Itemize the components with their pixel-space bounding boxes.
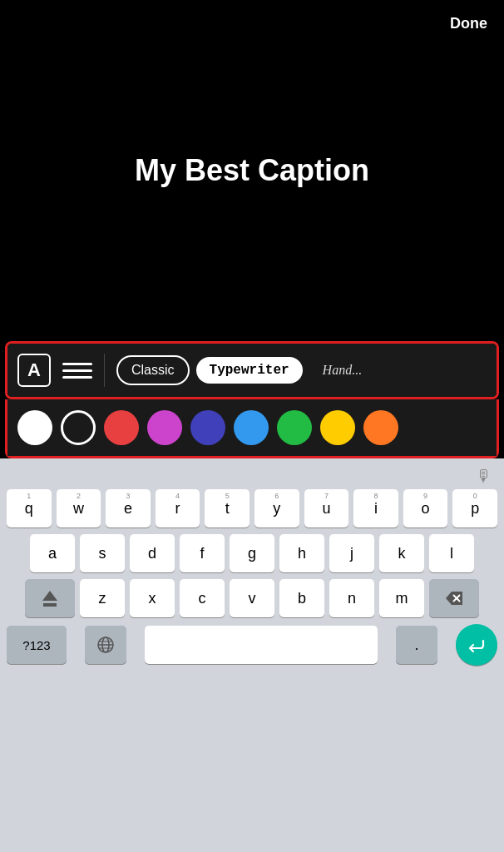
color-swatch-white-outline[interactable] bbox=[61, 410, 96, 445]
key-c[interactable]: c bbox=[180, 579, 225, 617]
mic-row: 🎙 bbox=[3, 463, 501, 489]
key-o[interactable]: 9o bbox=[403, 489, 448, 528]
key-s[interactable]: s bbox=[80, 534, 125, 572]
color-swatch-blue[interactable] bbox=[234, 410, 269, 445]
key-row-1: 1q 2w 3e 4r 5t 6y 7u 8i 9o 0p bbox=[7, 489, 497, 528]
key-row-3: z x c v b n m bbox=[7, 579, 497, 617]
color-swatch-purple[interactable] bbox=[147, 410, 182, 445]
key-v[interactable]: v bbox=[230, 579, 274, 617]
key-x[interactable]: x bbox=[130, 579, 175, 617]
color-row bbox=[7, 399, 497, 456]
key-b[interactable]: b bbox=[279, 579, 324, 617]
toolbar-divider bbox=[104, 354, 105, 387]
space-key[interactable] bbox=[145, 626, 378, 664]
font-option-classic[interactable]: Classic bbox=[116, 355, 190, 385]
key-z[interactable]: z bbox=[80, 579, 125, 617]
key-row-2: a s d f g h j k l bbox=[7, 534, 497, 572]
key-a[interactable]: a bbox=[30, 534, 75, 572]
key-u[interactable]: 7u bbox=[304, 489, 349, 528]
color-swatch-white-filled[interactable] bbox=[17, 410, 52, 445]
color-swatch-yellow[interactable] bbox=[320, 410, 355, 445]
globe-key[interactable] bbox=[85, 626, 126, 664]
key-d[interactable]: d bbox=[130, 534, 175, 572]
key-w[interactable]: 2w bbox=[57, 489, 101, 528]
toolbar-wrapper: A Classic Typewriter Hand... bbox=[5, 341, 499, 399]
align-line-3 bbox=[62, 376, 92, 379]
key-m[interactable]: m bbox=[379, 579, 424, 617]
key-q[interactable]: 1q bbox=[7, 489, 52, 528]
key-k[interactable]: k bbox=[379, 534, 424, 572]
text-align-icon[interactable] bbox=[62, 355, 92, 385]
backspace-icon bbox=[445, 591, 463, 606]
keyboard-area: 🎙 1q 2w 3e 4r 5t 6y 7u 8i 9o 0p a s d f bbox=[0, 458, 504, 852]
key-n[interactable]: n bbox=[329, 579, 374, 617]
key-i[interactable]: 8i bbox=[353, 489, 398, 528]
key-f[interactable]: f bbox=[180, 534, 225, 572]
key-h[interactable]: h bbox=[279, 534, 324, 572]
align-line-2 bbox=[62, 369, 92, 372]
color-row-wrapper bbox=[5, 399, 499, 458]
period-key[interactable]: . bbox=[396, 626, 437, 664]
key-g[interactable]: g bbox=[230, 534, 274, 572]
canvas-area: Done My Best Caption bbox=[0, 0, 504, 341]
font-option-handwriting[interactable]: Hand... bbox=[309, 357, 376, 384]
key-rows: 1q 2w 3e 4r 5t 6y 7u 8i 9o 0p a s d f g … bbox=[3, 489, 501, 617]
key-p[interactable]: 0p bbox=[452, 489, 497, 528]
key-r[interactable]: 4r bbox=[156, 489, 200, 528]
shift-key[interactable] bbox=[25, 579, 75, 617]
font-options: Classic Typewriter Hand... bbox=[116, 355, 375, 385]
color-swatch-green[interactable] bbox=[277, 410, 312, 445]
done-button[interactable]: Done bbox=[450, 15, 487, 32]
caption-text: My Best Caption bbox=[110, 153, 394, 188]
key-y[interactable]: 6y bbox=[254, 489, 299, 528]
color-swatch-orange[interactable] bbox=[363, 410, 398, 445]
backspace-key[interactable] bbox=[429, 579, 479, 617]
color-swatch-red[interactable] bbox=[104, 410, 139, 445]
color-swatch-dark-blue[interactable] bbox=[190, 410, 225, 445]
key-t[interactable]: 5t bbox=[205, 489, 250, 528]
return-key[interactable] bbox=[456, 624, 497, 666]
key-l[interactable]: l bbox=[429, 534, 474, 572]
num-key[interactable]: ?123 bbox=[7, 626, 67, 664]
align-line-1 bbox=[62, 363, 92, 365]
bottom-row: ?123 . bbox=[3, 617, 501, 671]
key-e[interactable]: 3e bbox=[106, 489, 151, 528]
key-j[interactable]: j bbox=[329, 534, 374, 572]
toolbar-row: A Classic Typewriter Hand... bbox=[7, 344, 497, 397]
font-style-icon[interactable]: A bbox=[17, 354, 51, 387]
mic-icon[interactable]: 🎙 bbox=[476, 467, 492, 486]
font-option-typewriter[interactable]: Typewriter bbox=[196, 357, 303, 384]
